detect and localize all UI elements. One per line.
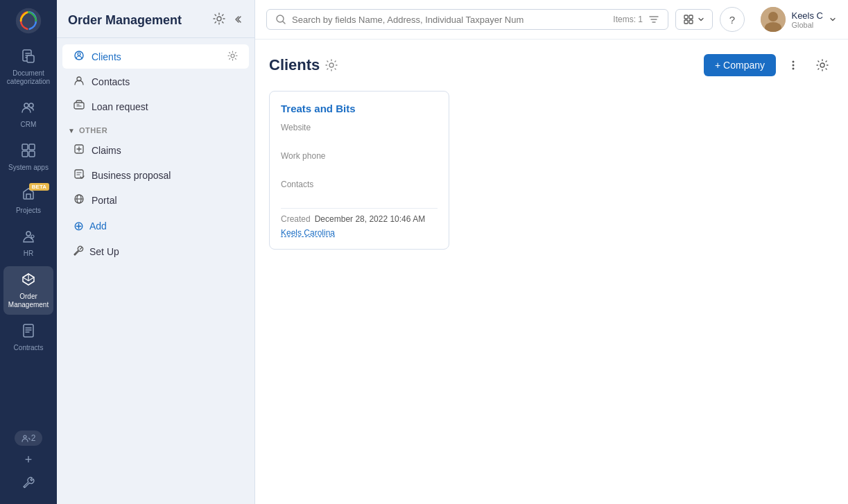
nav-add-button[interactable]: ⊕ Add [62, 213, 249, 239]
contacts-nav-label: Contacts [92, 76, 130, 87]
client-card: Treats and Bits Website Work phone Conta… [269, 91, 449, 250]
client-contacts-field: Contacts [281, 180, 438, 201]
client-cards-container: Treats and Bits Website Work phone Conta… [269, 91, 834, 250]
sidebar-item-contracts-label: Contracts [14, 344, 44, 352]
svg-point-14 [78, 53, 80, 55]
loan-request-nav-label: Loan request [92, 101, 148, 112]
svg-point-26 [768, 12, 778, 21]
app-logo [13, 6, 44, 36]
clients-nav-gear[interactable] [227, 51, 238, 63]
nav-item-business-proposal[interactable]: Business proposal [62, 163, 249, 187]
help-button[interactable]: ? [720, 7, 745, 32]
main-content: Items: 1 ? Keels C Global Clients [255, 0, 848, 504]
crm-icon [21, 100, 36, 119]
svg-rect-24 [689, 20, 693, 24]
sidebar-item-system-apps-label: System apps [8, 164, 49, 172]
content-area: Clients + Company Treats and Bits Websit… [255, 40, 848, 504]
add-bottom-button[interactable]: + [3, 449, 53, 471]
sidebar-item-order-management[interactable]: Order Management [3, 266, 53, 315]
clients-nav-icon [73, 50, 85, 63]
svg-point-30 [793, 68, 795, 70]
add-company-button[interactable]: + Company [704, 54, 776, 76]
beta-badge: BETA [29, 183, 49, 191]
search-input[interactable] [292, 15, 607, 25]
users-count: 2 [31, 433, 36, 443]
grid-icon [683, 14, 694, 25]
client-website-value [281, 134, 438, 144]
order-management-icon [21, 272, 36, 290]
portal-nav-label: Portal [92, 195, 117, 206]
search-box[interactable]: Items: 1 [266, 9, 668, 30]
view-toggle-button[interactable] [675, 9, 713, 30]
svg-rect-23 [684, 20, 688, 24]
user-info: Keels C Global [791, 10, 823, 29]
content-header: Clients + Company [269, 53, 834, 77]
document-categorization-icon [21, 49, 36, 67]
users-badge-button[interactable]: 2 [15, 431, 43, 446]
client-phone-value [281, 162, 438, 173]
svg-point-28 [793, 61, 795, 63]
secondary-sidebar: Order Management Clients Contacts [57, 0, 255, 504]
svg-rect-21 [684, 15, 688, 19]
portal-nav-icon [73, 193, 85, 207]
nav-item-contacts[interactable]: Contacts [62, 69, 249, 94]
setup-nav-label: Set Up [89, 246, 119, 257]
sidebar-item-document-categorization[interactable]: Document categorization [3, 43, 53, 92]
settings-gear-icon [816, 59, 829, 71]
svg-point-29 [793, 64, 795, 67]
nav-item-clients[interactable]: Clients [62, 44, 249, 69]
clients-nav-label: Clients [92, 51, 121, 62]
wrench-icon [22, 476, 35, 488]
client-phone-label: Work phone [281, 151, 438, 161]
secondary-nav: Clients Contacts Loan request ▼ OTHER [57, 38, 254, 504]
svg-rect-2 [27, 55, 34, 62]
svg-rect-5 [22, 144, 28, 150]
sidebar-item-crm-label: CRM [21, 121, 37, 129]
other-section-header[interactable]: ▼ OTHER [57, 119, 254, 137]
secondary-sidebar-gear[interactable] [213, 12, 225, 28]
sidebar-bottom: 2 + [0, 422, 57, 498]
client-created-label: Created [281, 214, 311, 224]
top-bar: Items: 1 ? Keels C Global [255, 0, 848, 40]
nav-item-claims[interactable]: Claims [62, 138, 249, 162]
system-apps-icon [21, 143, 36, 162]
add-nav-label: Add [89, 220, 107, 232]
content-title-text: Clients [269, 56, 320, 74]
add-nav-icon: ⊕ [73, 218, 84, 234]
sidebar-item-hr-label: HR [24, 250, 33, 258]
user-role: Global [791, 21, 823, 29]
setup-wrench-icon [73, 245, 84, 258]
sidebar-item-crm[interactable]: CRM [3, 94, 53, 134]
svg-point-12 [24, 435, 26, 438]
user-chevron-icon [829, 15, 837, 24]
sidebar-item-contracts[interactable]: Contracts [3, 318, 53, 358]
claims-nav-icon [73, 144, 85, 157]
client-name[interactable]: Treats and Bits [281, 103, 438, 114]
content-gear-button[interactable] [811, 53, 834, 77]
hr-icon [21, 229, 36, 247]
collapse-sidebar-button[interactable] [231, 13, 243, 28]
user-area[interactable]: Keels C Global [761, 7, 837, 32]
other-expand-icon: ▼ [68, 127, 75, 134]
svg-rect-22 [689, 15, 693, 19]
user-avatar [761, 7, 786, 32]
svg-rect-7 [22, 151, 28, 157]
filter-icon[interactable] [648, 14, 659, 25]
nav-item-loan-request[interactable]: Loan request [62, 94, 249, 119]
sidebar-item-hr[interactable]: HR [3, 223, 53, 263]
sidebar-item-system-apps[interactable]: System apps [3, 137, 53, 177]
client-divider [281, 208, 438, 209]
more-options-button[interactable] [781, 53, 805, 77]
client-website-field: Website [281, 123, 438, 144]
claims-nav-label: Claims [92, 145, 121, 156]
search-items-count: Items: 1 [613, 15, 643, 24]
client-phone-field: Work phone [281, 151, 438, 173]
settings-bottom-button[interactable] [3, 471, 53, 493]
client-creator[interactable]: Keels Carolina [281, 228, 438, 238]
sidebar-item-projects[interactable]: BETA Projects [3, 180, 53, 220]
svg-point-20 [277, 15, 284, 22]
content-settings-icon[interactable] [325, 59, 338, 71]
chevron-down-icon [697, 15, 705, 24]
nav-setup-button[interactable]: Set Up [62, 240, 249, 263]
nav-item-portal[interactable]: Portal [62, 188, 249, 212]
